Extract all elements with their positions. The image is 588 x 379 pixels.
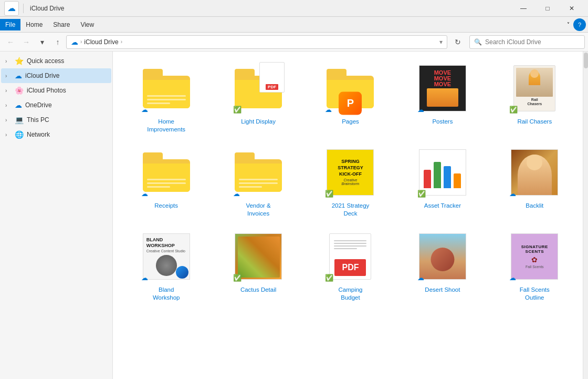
sidebar: › ⭐ Quick access › ☁ iCloud Drive › 🌸 iC… — [0, 52, 113, 379]
sidebar-item-icloud-drive[interactable]: › ☁ iCloud Drive — [1, 68, 111, 83]
file-item-home-improvements[interactable]: ☁ HomeImprovements — [121, 58, 211, 138]
icloud-drive-icon: ☁ — [15, 71, 22, 80]
file-item-vendor-invoices[interactable]: ☁ Vendor &Invoices — [213, 142, 303, 222]
file-item-receipts[interactable]: ☁ Receipts — [121, 142, 211, 222]
cactus-texture — [238, 237, 280, 278]
desert-shape — [430, 248, 454, 271]
sidebar-label-this-pc: This PC — [27, 116, 49, 124]
sync-check-icon-asset: ✅ — [417, 190, 426, 198]
pdf-badge-camping: PDF — [334, 259, 366, 276]
file-item-camping-budget[interactable]: PDF ✅ CampingBudget — [306, 226, 395, 306]
up-button[interactable]: ↑ — [50, 35, 65, 49]
scents-title: SIGNATURESCENTS — [521, 244, 548, 254]
menu-file[interactable]: File — [0, 19, 20, 30]
menu-share[interactable]: Share — [48, 19, 75, 30]
search-bar: 🔍 — [469, 35, 585, 49]
menu-bar: File Home Share View ˅ ? — [0, 17, 588, 33]
bar-chart — [424, 157, 461, 188]
file-item-desert-shoot[interactable]: ☁ Desert Shoot — [397, 226, 487, 306]
file-name-fall-scents: Fall ScentsOutline — [520, 286, 550, 302]
sync-cloud-icon-desert: ☁ — [417, 274, 424, 282]
nav-dropdown-button[interactable]: ▾ — [35, 35, 49, 49]
expand-ribbon-icon[interactable]: ˅ — [563, 19, 573, 30]
bland-circle — [156, 255, 177, 275]
search-input[interactable] — [485, 38, 580, 46]
breadcrumb-dropdown[interactable]: ▾ — [439, 38, 443, 46]
strategy-sub: CreativeBrainstorm — [342, 178, 360, 186]
nav-bar: ← → ▾ ↑ ☁ › iCloud Drive › ▾ ↻ 🔍 — [0, 33, 588, 52]
breadcrumb-chevron-2: › — [121, 39, 122, 45]
file-name-asset-tracker: Asset Tracker — [424, 202, 461, 210]
file-name-camping-budget: CampingBudget — [338, 286, 362, 302]
file-item-cactus-detail[interactable]: ✅ Cactus Detail — [213, 226, 303, 306]
sidebar-label-onedrive: OneDrive — [25, 101, 52, 109]
app-icon: ☁ — [4, 1, 19, 16]
forward-button[interactable]: → — [19, 35, 34, 49]
file-thumb-desert-shoot: ☁ — [416, 230, 469, 283]
backlit-thumb — [511, 149, 558, 196]
file-item-pages[interactable]: P ☁ Pages — [306, 58, 395, 138]
pdf-badge-small: PDF — [266, 84, 278, 90]
scrollbar[interactable] — [583, 52, 588, 379]
expand-arrow-network: › — [5, 132, 12, 138]
close-button[interactable]: ✕ — [560, 0, 584, 17]
file-name-rail-chasers: Rail Chasers — [517, 118, 552, 126]
expand-arrow-icloud: › — [5, 73, 12, 79]
file-thumb-backlit: ☁ — [508, 146, 561, 199]
cactus-thumb — [235, 233, 282, 280]
file-thumb-vendor-invoices: ☁ — [232, 146, 285, 199]
sidebar-item-this-pc[interactable]: › 💻 This PC — [1, 112, 111, 127]
help-button[interactable]: ? — [573, 18, 586, 31]
file-item-bland-workshop[interactable]: BLANDWORKSHOP Creative Content Studio ☁ … — [121, 226, 211, 306]
sync-check-icon-camping: ✅ — [325, 274, 333, 282]
scrollbar-thumb[interactable] — [584, 53, 588, 68]
file-thumb-rail-chasers: RailChasers ✅ — [508, 62, 561, 115]
expand-arrow-onedrive: › — [5, 103, 12, 108]
minimize-button[interactable]: — — [511, 0, 536, 17]
file-name-desert-shoot: Desert Shoot — [425, 286, 460, 294]
posters-person-image — [427, 88, 458, 107]
file-thumb-2021-strategy: SPRINGSTRATEGYKICK-OFF CreativeBrainstor… — [324, 146, 376, 199]
desert-thumb — [419, 233, 466, 280]
sidebar-item-network[interactable]: › 🌐 Network — [1, 127, 111, 142]
file-thumb-asset-tracker: ✅ — [416, 146, 469, 199]
onedrive-icon: ☁ — [15, 101, 22, 109]
expand-arrow-pc: › — [5, 117, 12, 123]
sidebar-item-onedrive[interactable]: › ☁ OneDrive — [1, 98, 111, 112]
back-button[interactable]: ← — [3, 35, 18, 49]
backlit-head — [527, 155, 542, 170]
file-name-home-improvements: HomeImprovements — [147, 118, 185, 134]
file-thumb-fall-scents: SIGNATURESCENTS ✿ Fall Scents ☁ — [508, 230, 561, 283]
file-name-light-display: Light Display — [241, 118, 276, 126]
posters-text-line3: MOVE — [434, 81, 451, 87]
sidebar-item-quick-access[interactable]: › ⭐ Quick access — [1, 54, 111, 68]
file-item-backlit[interactable]: ☁ Backlit — [490, 142, 580, 222]
strategy-thumb: SPRINGSTRATEGYKICK-OFF CreativeBrainstor… — [327, 149, 374, 196]
file-item-2021-strategy[interactable]: SPRINGSTRATEGYKICK-OFF CreativeBrainstor… — [306, 142, 395, 222]
menu-view[interactable]: View — [75, 19, 99, 30]
file-item-posters[interactable]: MOVE MOVE MOVE ☁ Posters — [397, 58, 487, 138]
menu-home[interactable]: Home — [20, 19, 48, 30]
bar-2 — [434, 162, 441, 188]
content-area: ☁ HomeImprovements PDF — [113, 52, 588, 379]
expand-arrow-photos: › — [5, 88, 12, 94]
main-layout: › ⭐ Quick access › ☁ iCloud Drive › 🌸 iC… — [0, 52, 588, 379]
file-thumb-cactus-detail: ✅ — [232, 230, 285, 283]
pages-app-icon: P — [339, 91, 362, 115]
file-item-rail-chasers[interactable]: RailChasers ✅ Rail Chasers — [490, 58, 580, 138]
file-item-fall-scents[interactable]: SIGNATURESCENTS ✿ Fall Scents ☁ Fall Sce… — [490, 226, 580, 306]
sync-cloud-icon-pages: ☁ — [325, 106, 332, 114]
file-name-bland-workshop: BlandWorkshop — [153, 286, 180, 302]
refresh-button[interactable]: ↻ — [450, 35, 465, 49]
file-name-vendor-invoices: Vendor &Invoices — [246, 202, 270, 218]
maximize-button[interactable]: □ — [536, 0, 560, 17]
sidebar-label-network: Network — [27, 131, 50, 138]
breadcrumb[interactable]: ☁ › iCloud Drive › ▾ — [66, 35, 447, 49]
sync-check-icon-rail: ✅ — [509, 106, 518, 114]
file-item-light-display[interactable]: PDF ✅ Light Display — [213, 58, 303, 138]
sidebar-item-icloud-photos[interactable]: › 🌸 iCloud Photos — [1, 83, 111, 98]
sidebar-label-quick-access: Quick access — [27, 57, 64, 65]
file-item-asset-tracker[interactable]: ✅ Asset Tracker — [397, 142, 487, 222]
sidebar-label-icloud-photos: iCloud Photos — [27, 87, 66, 94]
file-thumb-home-improvements: ☁ — [140, 62, 193, 115]
